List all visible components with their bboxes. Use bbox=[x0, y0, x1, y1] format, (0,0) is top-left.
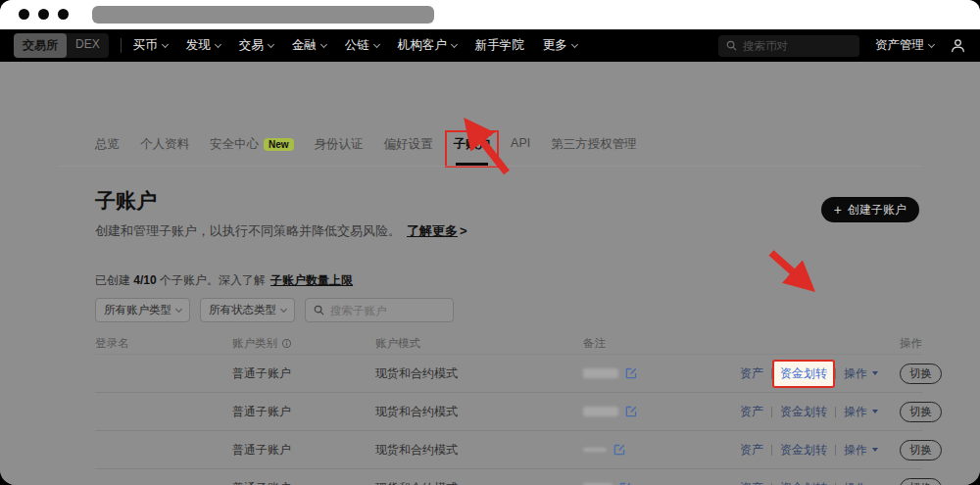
main-menu: 买币 发现 交易 金融 公链 机构客户 新手学院 更多 bbox=[133, 37, 577, 54]
subaccount-search-box[interactable] bbox=[305, 298, 454, 322]
learn-more-link[interactable]: 了解更多 bbox=[407, 223, 458, 238]
table-row: 普通子账户 现货和合约模式 资产 资金划转 操作 切换 bbox=[95, 469, 922, 485]
assets-link[interactable]: 资产 bbox=[740, 365, 763, 382]
edit-note-icon[interactable] bbox=[625, 406, 637, 417]
chevron-down-icon bbox=[373, 41, 380, 48]
edit-note-icon[interactable] bbox=[625, 367, 637, 379]
table-row: 普通子账户 现货和合约模式 资产 资金划转 操作 切换 bbox=[95, 431, 922, 469]
pair-search-box[interactable] bbox=[718, 35, 859, 57]
subaccount-table: 登录名 账户类别 账户模式 备注 操作 普通子账户 现货和合约模式 bbox=[95, 333, 922, 485]
masked-note bbox=[583, 368, 618, 378]
actions-dropdown[interactable]: 操作 bbox=[844, 404, 878, 420]
fund-transfer-link[interactable]: 资金划转 bbox=[780, 480, 827, 485]
edit-note-icon[interactable] bbox=[613, 444, 625, 456]
nav-academy[interactable]: 新手学院 bbox=[475, 37, 524, 54]
table-row: 普通子账户 现货和合约模式 资产 资金划转 操作 切换 bbox=[95, 393, 922, 431]
magnifier-icon bbox=[314, 305, 324, 315]
new-badge: New bbox=[264, 138, 294, 151]
header-note: 备注 bbox=[583, 336, 740, 351]
browser-window: 交易所 DEX 买币 发现 交易 金融 公链 机构客户 新手学院 更多 资产管理 bbox=[0, 0, 980, 485]
tab-subaccounts[interactable]: 子账户 bbox=[454, 136, 491, 166]
fund-transfer-link[interactable]: 资金划转 bbox=[780, 404, 827, 420]
tab-third-party-auth[interactable]: 第三方授权管理 bbox=[551, 136, 637, 166]
nav-institutional[interactable]: 机构客户 bbox=[398, 37, 457, 54]
fund-transfer-link[interactable]: 资金划转 bbox=[780, 442, 827, 459]
tab-profile[interactable]: 个人资料 bbox=[140, 136, 189, 166]
window-titlebar bbox=[0, 0, 980, 29]
actions-dropdown[interactable]: 操作 bbox=[844, 365, 878, 382]
account-mode-cell: 现货和合约模式 bbox=[375, 480, 583, 485]
chevron-down-icon bbox=[571, 41, 578, 48]
assets-link[interactable]: 资产 bbox=[740, 480, 763, 485]
address-bar-placeholder[interactable] bbox=[92, 6, 434, 24]
window-control-dot[interactable] bbox=[19, 9, 29, 20]
actions-dropdown[interactable]: 操作 bbox=[844, 442, 878, 459]
user-icon[interactable] bbox=[950, 37, 966, 54]
table-row: 普通子账户 现货和合约模式 资产 资金划转 操作 切换 bbox=[95, 355, 922, 393]
tab-api[interactable]: API bbox=[511, 136, 530, 163]
subaccount-count: 4/10 bbox=[133, 273, 156, 287]
account-type-cell: 普通子账户 bbox=[232, 480, 375, 485]
switch-button[interactable]: 切换 bbox=[900, 440, 942, 461]
subaccount-limit-link[interactable]: 子账户数量上限 bbox=[270, 273, 353, 287]
masked-note bbox=[583, 448, 607, 452]
masked-note bbox=[583, 407, 618, 416]
actions-dropdown[interactable]: 操作 bbox=[844, 480, 878, 485]
caret-down-icon bbox=[872, 371, 878, 375]
tab-security-center[interactable]: 安全中心New bbox=[210, 136, 294, 166]
window-control-dot[interactable] bbox=[58, 9, 69, 20]
fund-transfer-link[interactable]: 资金划转 bbox=[772, 360, 835, 388]
status-type-select[interactable]: 所有状态类型 bbox=[200, 298, 295, 322]
chevron-down-icon bbox=[215, 41, 221, 48]
account-type-cell: 普通子账户 bbox=[232, 365, 375, 382]
window-control-dot[interactable] bbox=[38, 9, 49, 20]
plus-icon: + bbox=[834, 203, 842, 217]
account-type-select[interactable]: 所有账户类型 bbox=[95, 298, 190, 322]
nav-discover[interactable]: 发现 bbox=[186, 37, 220, 54]
assets-link[interactable]: 资产 bbox=[740, 404, 763, 420]
asset-management-menu[interactable]: 资产管理 bbox=[875, 37, 934, 54]
tab-identity-verification[interactable]: 身份认证 bbox=[315, 136, 364, 166]
nav-chain[interactable]: 公链 bbox=[345, 37, 379, 54]
settings-tabs: 总览 个人资料 安全中心New 身份认证 偏好设置 子账户 API 第三方授权管… bbox=[95, 136, 637, 166]
caret-down-icon bbox=[872, 410, 878, 413]
nav-finance[interactable]: 金融 bbox=[292, 37, 326, 54]
account-type-cell: 普通子账户 bbox=[232, 404, 375, 420]
account-type-cell: 普通子账户 bbox=[232, 442, 375, 459]
chevron-down-icon bbox=[928, 41, 935, 48]
tab-overview[interactable]: 总览 bbox=[95, 136, 120, 166]
toggle-dex[interactable]: DEX bbox=[67, 33, 109, 58]
tabs-divider bbox=[59, 166, 921, 167]
pair-search-input[interactable] bbox=[743, 40, 852, 52]
info-icon[interactable] bbox=[281, 338, 292, 349]
switch-button[interactable]: 切换 bbox=[900, 402, 942, 422]
tab-preferences[interactable]: 偏好设置 bbox=[384, 136, 433, 166]
nav-more[interactable]: 更多 bbox=[543, 37, 577, 54]
subaccount-count-summary: 已创建 4/10 个子账户。深入了解子账户数量上限 bbox=[95, 272, 353, 289]
chevron-down-icon bbox=[175, 306, 182, 313]
chevron-down-icon bbox=[268, 41, 274, 48]
account-mode-cell: 现货和合约模式 bbox=[375, 365, 583, 382]
nav-buy-crypto[interactable]: 买币 bbox=[133, 37, 168, 54]
subaccount-search-input[interactable] bbox=[330, 305, 445, 316]
chevron-down-icon bbox=[451, 41, 458, 48]
table-divider bbox=[95, 354, 922, 355]
chevron-down-icon bbox=[320, 41, 327, 48]
top-navbar: 交易所 DEX 买币 发现 交易 金融 公链 机构客户 新手学院 更多 资产管理 bbox=[0, 29, 980, 62]
caret-down-icon bbox=[872, 448, 878, 452]
assets-link[interactable]: 资产 bbox=[740, 442, 763, 459]
table-header-row: 登录名 账户类别 账户模式 备注 操作 bbox=[95, 333, 922, 354]
nav-trade[interactable]: 交易 bbox=[239, 37, 273, 54]
switch-button[interactable]: 切换 bbox=[900, 478, 942, 485]
account-mode-cell: 现货和合约模式 bbox=[375, 404, 583, 420]
exchange-dex-toggle[interactable]: 交易所 DEX bbox=[14, 33, 109, 58]
chevron-down-icon bbox=[162, 41, 169, 48]
switch-button[interactable]: 切换 bbox=[900, 364, 942, 384]
create-subaccount-button[interactable]: + 创建子账户 bbox=[821, 197, 919, 222]
chevron-down-icon bbox=[280, 306, 287, 313]
header-account-type: 账户类别 bbox=[232, 336, 375, 351]
toggle-exchange[interactable]: 交易所 bbox=[14, 33, 67, 58]
header-actions: 操作 bbox=[740, 336, 922, 351]
header-account-mode: 账户模式 bbox=[375, 336, 583, 351]
learn-more-caret: > bbox=[460, 223, 467, 238]
